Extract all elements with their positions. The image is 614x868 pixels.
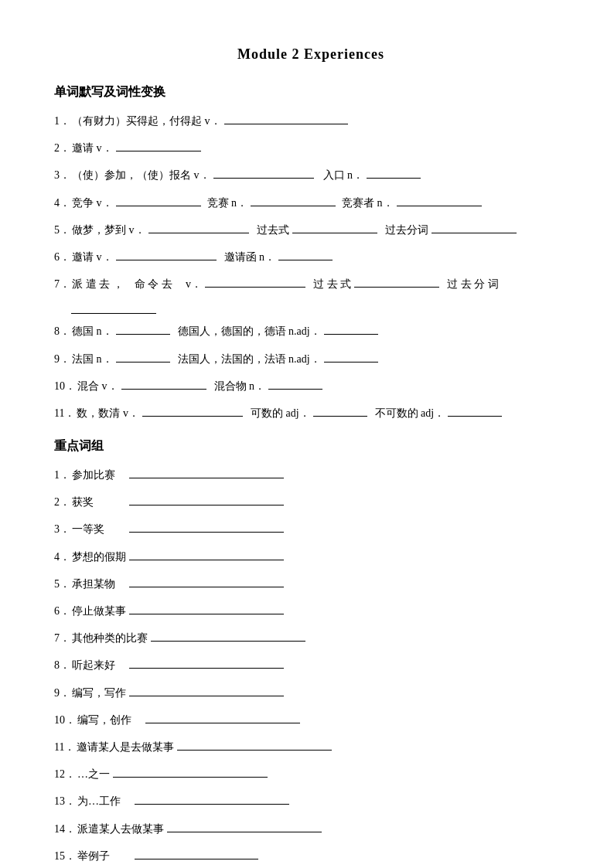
item8-label: 德国 n． (72, 322, 113, 341)
phrase10-num: 10． (54, 710, 76, 730)
item7-blank3[interactable] (71, 301, 156, 314)
item9-num: 9． (54, 349, 70, 369)
phrase13-blank[interactable] (135, 792, 289, 805)
item5-num: 5． (54, 220, 70, 240)
vocab-item-7-cont (54, 301, 568, 314)
item6-label2: 邀请函 n． (224, 247, 276, 267)
item1-label: （有财力）买得起，付得起 v． (72, 111, 221, 131)
item9-label: 法国 n． (72, 349, 113, 369)
item4-num: 4． (54, 193, 70, 213)
vocab-item-9: 9． 法国 n． 法国人，法国的，法语 n.adj． (54, 349, 568, 369)
vocab-item-7: 7． 派 遣 去 ， 命 令 去 v． 过 去 式 过 去 分 词 (54, 274, 568, 294)
phrase6-num: 6． (54, 601, 70, 621)
item2-blank1[interactable] (116, 139, 201, 151)
phrase6-blank[interactable] (129, 602, 284, 614)
item4-label3: 竞赛者 n． (342, 193, 394, 213)
item6-blank1[interactable] (116, 248, 217, 260)
phrase3-blank[interactable] (129, 520, 284, 533)
phrase9-blank[interactable] (129, 684, 284, 696)
phrase7-blank[interactable] (151, 629, 305, 642)
phrase-item-7: 7． 其他种类的比赛 (54, 628, 568, 648)
phrase12-blank[interactable] (113, 765, 268, 778)
item7-label: 派 遣 去 ， 命 令 去 v． (72, 274, 202, 294)
item9-label2: 法国人，法国的，法语 n.adj． (178, 349, 321, 369)
item4-blank3[interactable] (397, 194, 482, 206)
item9-blank1[interactable] (116, 350, 170, 363)
phrase4-num: 4． (54, 547, 70, 567)
item11-label2: 可数的 adj． (251, 403, 310, 423)
vocab-item-4: 4． 竞争 v． 竞赛 n． 竞赛者 n． (54, 193, 568, 213)
phrase1-blank[interactable] (129, 466, 284, 478)
item5-blank3[interactable] (432, 221, 517, 233)
phrase15-blank[interactable] (135, 847, 258, 859)
section1-title: 单词默写及词性变换 (54, 84, 568, 100)
phrase-item-6: 6． 停止做某事 (54, 601, 568, 621)
item8-label2: 德国人，德国的，德语 n.adj． (178, 322, 321, 341)
phrase10-label: 编写，创作 (77, 710, 142, 730)
phrase-item-8: 8． 听起来好 (54, 655, 568, 675)
phrase5-blank[interactable] (129, 575, 284, 587)
phrase3-label: 一等奖 (72, 519, 126, 539)
item11-blank2[interactable] (313, 404, 367, 417)
phrase8-blank[interactable] (129, 656, 284, 669)
item11-label3: 不可数的 adj． (375, 403, 445, 423)
phrase-item-14: 14． 派遣某人去做某事 (54, 819, 568, 839)
item5-label: 做梦，梦到 v． (72, 220, 145, 240)
phrase13-num: 13． (54, 791, 76, 811)
item5-blank2[interactable] (292, 221, 377, 233)
phrase2-num: 2． (54, 492, 70, 512)
phrase8-label: 听起来好 (72, 655, 126, 675)
item7-num: 7． (54, 274, 70, 294)
section3-title: 重点词组 (54, 438, 568, 454)
phrase6-label: 停止做某事 (72, 601, 126, 621)
item7-blank1[interactable] (205, 275, 305, 288)
item11-blank1[interactable] (142, 404, 243, 417)
item9-blank2[interactable] (324, 350, 378, 363)
item10-label: 混合 v． (77, 376, 118, 396)
phrase-item-13: 13． 为…工作 (54, 791, 568, 811)
item3-blank1[interactable] (213, 166, 314, 179)
phrase14-num: 14． (54, 819, 76, 839)
phrase12-num: 12． (54, 764, 76, 784)
phrase10-blank[interactable] (145, 711, 300, 723)
item1-blank1[interactable] (224, 112, 348, 124)
section-vocab: 单词默写及词性变换 1． （有财力）买得起，付得起 v． 2． 邀请 v． 3．… (54, 84, 568, 423)
item7-blank2[interactable] (354, 275, 439, 288)
phrase1-label: 参加比赛 (72, 465, 126, 485)
item11-label: 数，数清 v． (77, 403, 139, 423)
item6-label: 邀请 v． (72, 247, 113, 267)
item4-blank2[interactable] (251, 194, 336, 206)
phrase2-blank[interactable] (129, 493, 284, 505)
item6-blank2[interactable] (278, 248, 333, 260)
vocab-item-8: 8． 德国 n． 德国人，德国的，德语 n.adj． (54, 322, 568, 341)
vocab-item-6: 6． 邀请 v． 邀请函 n． (54, 247, 568, 267)
phrase14-label: 派遣某人去做某事 (77, 819, 164, 839)
item8-blank2[interactable] (324, 322, 378, 335)
phrase-item-1: 1． 参加比赛 (54, 465, 568, 485)
phrase1-num: 1． (54, 465, 70, 485)
phrase-item-9: 9． 编写，写作 (54, 683, 568, 703)
phrase-item-3: 3． 一等奖 (54, 519, 568, 539)
phrase5-label: 承担某物 (72, 574, 126, 594)
item8-blank1[interactable] (116, 322, 170, 335)
item10-blank2[interactable] (268, 377, 322, 390)
item5-blank1[interactable] (148, 221, 249, 233)
phrase8-num: 8． (54, 655, 70, 675)
item10-blank1[interactable] (121, 377, 206, 390)
item11-num: 11． (54, 403, 75, 423)
phrase4-label: 梦想的假期 (72, 547, 126, 567)
phrase-item-10: 10． 编写，创作 (54, 710, 568, 730)
item6-num: 6． (54, 247, 70, 267)
item11-blank3[interactable] (448, 404, 502, 417)
phrase-item-4: 4． 梦想的假期 (54, 547, 568, 567)
item10-label2: 混合物 n． (214, 376, 266, 396)
phrase4-blank[interactable] (129, 548, 284, 560)
phrase14-blank[interactable] (167, 820, 322, 832)
vocab-item-3: 3． （使）参加，（使）报名 v． 入口 n． (54, 165, 568, 185)
phrase12-label: …之一 (77, 764, 110, 784)
phrase11-blank[interactable] (177, 738, 332, 751)
item3-blank2[interactable] (367, 166, 421, 179)
item2-num: 2． (54, 138, 70, 158)
item4-blank1[interactable] (116, 194, 201, 206)
item3-label: （使）参加，（使）报名 v． (72, 165, 210, 185)
